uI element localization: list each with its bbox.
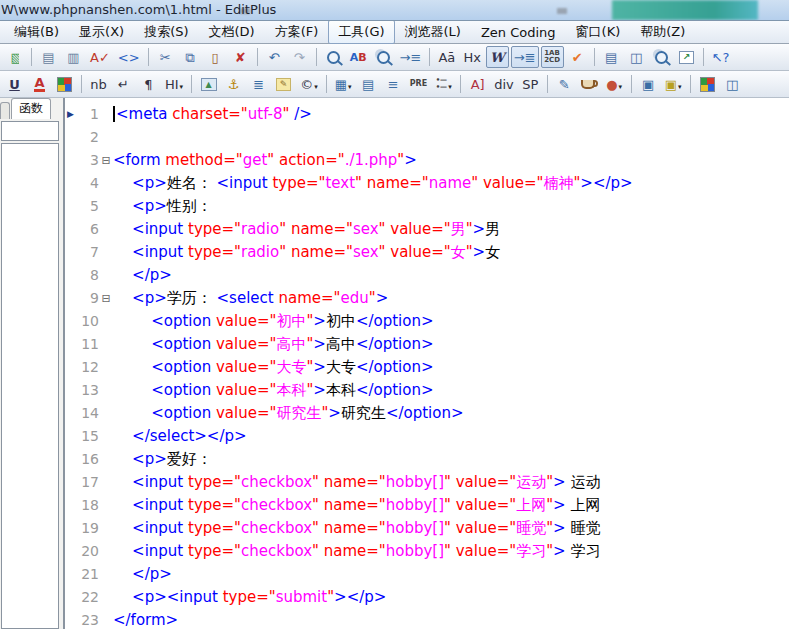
title-bar[interactable]: W\www.phpnanshen.com\1.html - EditPlus: [0, 0, 789, 21]
image-icon[interactable]: ▲: [197, 73, 220, 95]
print-icon[interactable]: ▥: [62, 46, 85, 68]
code-line[interactable]: 12 <option value="大专">大专</option>: [65, 356, 789, 379]
replace-icon[interactable]: AB: [347, 46, 370, 68]
code-area[interactable]: ▶1<meta charset="utf-8" />23⊟<form metho…: [65, 98, 789, 629]
menu-item[interactable]: 显示(X): [69, 20, 134, 44]
menu-item[interactable]: 工具(G): [328, 20, 394, 44]
code-line[interactable]: 15 </select></p>: [65, 425, 789, 448]
function-list[interactable]: [1, 143, 59, 629]
script-beans-icon[interactable]: ●▾: [603, 73, 626, 95]
document-selector-icon[interactable]: ▤: [600, 46, 623, 68]
menu-item[interactable]: 编辑(B): [4, 20, 69, 44]
code-text: <p>爱好：: [113, 448, 212, 471]
pre-icon[interactable]: PRE: [407, 73, 431, 95]
view-in-browser-icon[interactable]: [696, 73, 719, 95]
line-number: 21: [78, 563, 99, 586]
code-line[interactable]: 16 <p>爱好：: [65, 448, 789, 471]
form-elements-icon[interactable]: ▣▾: [662, 73, 685, 95]
list-icon[interactable]: •— •—▾: [432, 73, 455, 95]
code-line[interactable]: 23</form>: [65, 609, 789, 629]
textarea-icon[interactable]: A]: [466, 73, 489, 95]
code-line[interactable]: 8 </p>: [65, 264, 789, 287]
menu-item[interactable]: 窗口(K): [566, 20, 631, 44]
line-numbers-button[interactable]: 1AB 2CD: [541, 46, 564, 68]
div-tag-icon[interactable]: div: [491, 73, 517, 95]
sidebar-tab-partial[interactable]: [0, 102, 10, 119]
heading-icon[interactable]: HI▾: [162, 73, 186, 95]
code-line[interactable]: 18 <input type="checkbox" name="hobby[]"…: [65, 494, 789, 517]
window-list-icon[interactable]: ◫: [625, 46, 648, 68]
code-line[interactable]: 17 <input type="checkbox" name="hobby[]"…: [65, 471, 789, 494]
div-block-icon[interactable]: ▤: [357, 73, 380, 95]
code-line[interactable]: 2: [65, 126, 789, 149]
line-marker-column: [65, 149, 78, 172]
code-line[interactable]: 7 <input type="radio" name="sex" value="…: [65, 241, 789, 264]
case-toggle-icon[interactable]: Aā: [435, 46, 458, 68]
underline-icon[interactable]: U: [3, 73, 26, 95]
spell-check-icon[interactable]: A✓: [87, 46, 113, 68]
frameset-icon[interactable]: ◫: [721, 73, 744, 95]
menu-item[interactable]: 文档(D): [199, 20, 265, 44]
menu-item[interactable]: 浏览器(L): [395, 20, 471, 44]
horizontal-rule-icon[interactable]: ≣: [247, 73, 270, 95]
toolbar-standard: ▧▤▥A✓<>✂⧉▯✘↶↷AB→≡AāHxW→≣1AB 2CD✔▤◫↗↖?: [0, 44, 789, 71]
find-in-files-icon[interactable]: [372, 46, 395, 68]
code-line[interactable]: 19 <input type="checkbox" name="hobby[]"…: [65, 517, 789, 540]
paragraph-icon: ¶: [144, 78, 152, 91]
fold-marker-icon[interactable]: ⊟: [99, 149, 113, 172]
edit-script-icon[interactable]: ✎: [553, 73, 576, 95]
code-line[interactable]: 13 <option value="本科">本科</option>: [65, 379, 789, 402]
sidebar-tab-functions[interactable]: 函数: [11, 98, 51, 119]
open-in-new-window-icon[interactable]: ↗: [675, 46, 698, 68]
code-line[interactable]: 6 <input type="radio" name="sex" value="…: [65, 218, 789, 241]
undo-icon[interactable]: ↶: [263, 46, 286, 68]
font-color-icon[interactable]: A: [28, 73, 51, 95]
find-icon[interactable]: [322, 46, 345, 68]
menu-item[interactable]: 方案(F): [265, 20, 329, 44]
nbsp-icon[interactable]: nb: [87, 73, 110, 95]
code-line[interactable]: 14 <option value="研究生">研究生</option>: [65, 402, 789, 425]
code-line[interactable]: 4 <p>姓名： <input type="text" name="name" …: [65, 172, 789, 195]
syntax-check-icon[interactable]: ✔: [566, 46, 589, 68]
line-number: 5: [78, 195, 99, 218]
code-line[interactable]: 20 <input type="checkbox" name="hobby[]"…: [65, 540, 789, 563]
word-wrap-button[interactable]: W: [486, 46, 509, 68]
delete-icon[interactable]: ✘: [229, 46, 252, 68]
code-line[interactable]: 21 </p>: [65, 563, 789, 586]
paste-icon[interactable]: ▯: [204, 46, 227, 68]
browser-preview-icon[interactable]: [650, 46, 673, 68]
code-line[interactable]: 5 <p>性别：: [65, 195, 789, 218]
special-char-icon[interactable]: ©▾: [297, 73, 321, 95]
table-icon[interactable]: ▦▾: [332, 73, 355, 95]
code-line[interactable]: 22 <p><input type="submit"></p>: [65, 586, 789, 609]
code-line[interactable]: 9⊟ <p>学历： <select name="edu">: [65, 287, 789, 310]
span-tag-icon[interactable]: SP: [519, 73, 542, 95]
applet-icon[interactable]: [578, 73, 601, 95]
note-icon[interactable]: ✎: [272, 73, 295, 95]
copy-icon[interactable]: ⧉: [179, 46, 202, 68]
goto-line-icon[interactable]: →≡: [397, 46, 425, 68]
anchor-icon[interactable]: ⚓: [222, 73, 245, 95]
code-line[interactable]: 10 <option value="初中">初中</option>: [65, 310, 789, 333]
code-line[interactable]: ▶1<meta charset="utf-8" />: [65, 103, 789, 126]
cut-icon[interactable]: ✂: [154, 46, 177, 68]
form-icon[interactable]: ▣: [637, 73, 660, 95]
redo-icon[interactable]: ↷: [288, 46, 311, 68]
menu-item[interactable]: 帮助(Z): [630, 20, 695, 44]
context-help-icon[interactable]: ↖?: [709, 46, 733, 68]
line-break-icon[interactable]: ↵: [112, 73, 135, 95]
new-document-icon[interactable]: ▧: [3, 46, 26, 68]
menu-item[interactable]: 搜索(S): [134, 20, 198, 44]
code-line[interactable]: 3⊟<form method="get" action="./1.php">: [65, 149, 789, 172]
code-line[interactable]: 11 <option value="高中">高中</option>: [65, 333, 789, 356]
paragraph-icon[interactable]: ¶: [137, 73, 160, 95]
menu-item[interactable]: Zen Coding: [471, 22, 566, 43]
auto-indent-button[interactable]: →≣: [511, 46, 539, 68]
fold-marker-icon[interactable]: ⊟: [99, 287, 113, 310]
function-filter-input[interactable]: [1, 121, 59, 141]
text-align-icon[interactable]: ≡: [382, 73, 405, 95]
hex-viewer-icon[interactable]: Hx: [460, 46, 483, 68]
print-preview-icon[interactable]: ▤: [37, 46, 60, 68]
view-source-icon[interactable]: <>: [115, 46, 143, 68]
color-palette-icon[interactable]: [53, 73, 76, 95]
